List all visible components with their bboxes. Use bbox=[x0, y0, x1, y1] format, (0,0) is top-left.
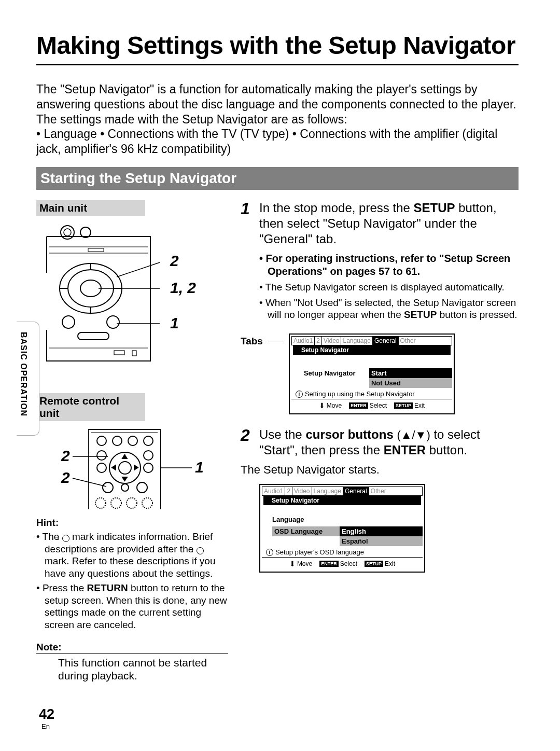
osd2-tab-video: Video bbox=[292, 487, 312, 495]
svg-point-13 bbox=[62, 316, 75, 328]
intro-p3: • Language • Connections with the TV (TV… bbox=[36, 127, 497, 156]
osd2-section-label: Language bbox=[272, 516, 419, 523]
page-language: En bbox=[41, 722, 50, 730]
svg-rect-17 bbox=[114, 351, 124, 355]
info-icon: i bbox=[197, 547, 204, 554]
remote-callout-2b: 2 bbox=[61, 469, 70, 486]
page-title: Making Settings with the Setup Navigator bbox=[36, 31, 519, 65]
hint-item-2: Press the RETURN button to return to the… bbox=[36, 582, 228, 631]
setup-badge: SETUP bbox=[365, 561, 383, 567]
main-unit-diagram: 2 1, 2 1 bbox=[36, 221, 197, 382]
osd2-tab-general: General bbox=[343, 487, 369, 495]
osd1-header: Setup Navigator bbox=[293, 345, 451, 355]
osd1-tab-audio1: Audio1 bbox=[292, 337, 315, 345]
osd2-tab-audio1: Audio1 bbox=[262, 487, 285, 495]
callout-1-2: 1, 2 bbox=[170, 279, 196, 297]
remote-callout-1: 1 bbox=[195, 458, 204, 476]
tabs-label: Tabs bbox=[241, 333, 263, 347]
remote-callout-2a: 2 bbox=[61, 447, 70, 465]
step-1-sub-1: For operating instructions, refer to "Se… bbox=[259, 252, 519, 278]
enter-badge: ENTER bbox=[349, 402, 368, 409]
info-icon: i bbox=[62, 535, 69, 542]
osd1-tab-language: Language bbox=[341, 337, 372, 345]
info-icon: i bbox=[266, 549, 273, 556]
note-text: This function cannot be started during p… bbox=[58, 656, 228, 682]
remote-unit-label: Remote control unit bbox=[36, 393, 145, 421]
osd1-tabs: Audio1 2 Video Language General Other bbox=[291, 336, 452, 345]
step-1-sub-2: The Setup Navigator screen is displayed … bbox=[259, 281, 519, 294]
remote-diagram: 2 2 1 bbox=[36, 426, 213, 512]
enter-label: ENTER bbox=[384, 443, 426, 457]
svg-rect-4 bbox=[88, 248, 104, 252]
step-2-result: The Setup Navigator starts. bbox=[241, 463, 519, 477]
cursor-down-icon: ⬇ bbox=[319, 401, 325, 410]
callout-1: 1 bbox=[170, 314, 179, 332]
osd1-tab-video: Video bbox=[322, 337, 341, 345]
osd2-footer: ⬇Move ENTERSelect SETUPExit bbox=[262, 557, 423, 570]
svg-line-44 bbox=[73, 478, 106, 486]
osd2-info: i Setup player's OSD language bbox=[262, 546, 423, 557]
osd1-tab-2: 2 bbox=[315, 337, 322, 345]
osd2-opt-english: English bbox=[340, 526, 423, 536]
osd2-tab-2: 2 bbox=[285, 487, 292, 495]
intro-text: The "Setup Navigator" is a function for … bbox=[36, 82, 519, 157]
osd2-tab-other: Other bbox=[369, 487, 388, 495]
return-label: RETURN bbox=[87, 582, 128, 593]
osd1-info: i Setting up using the Setup Navigator bbox=[291, 388, 452, 399]
step-1-number: 1 bbox=[241, 200, 253, 328]
osd2-row-label: OSD Language bbox=[272, 526, 340, 536]
hint-list: The i mark indicates information. Brief … bbox=[36, 531, 228, 631]
osd1-footer: ⬇Move ENTERSelect SETUPExit bbox=[291, 399, 452, 412]
svg-rect-15 bbox=[78, 332, 109, 340]
osd1-menu-item: Setup Navigator bbox=[302, 368, 369, 378]
page-number: 42 bbox=[39, 706, 54, 722]
svg-point-14 bbox=[107, 316, 119, 328]
step-1-body: In the stop mode, press the SETUP button… bbox=[259, 200, 519, 328]
osd2-opt-espanol: Español bbox=[340, 536, 423, 546]
svg-point-8 bbox=[80, 280, 101, 297]
leader-line bbox=[268, 341, 284, 341]
remote-leaders bbox=[36, 426, 213, 509]
osd-screen-1: Audio1 2 Video Language General Other Se… bbox=[289, 333, 455, 414]
step-1-sub-3: When "Not Used" is selected, the Setup N… bbox=[259, 297, 519, 322]
callout-2: 2 bbox=[170, 252, 179, 270]
step-2-number: 2 bbox=[241, 427, 253, 458]
section-heading: Starting the Setup Navigator bbox=[36, 167, 519, 190]
hint-title: Hint: bbox=[36, 517, 228, 529]
intro-p2: The settings made with the Setup Navigat… bbox=[36, 113, 347, 126]
osd1-tab-general: General bbox=[373, 337, 399, 345]
osd1-tab-other: Other bbox=[399, 337, 417, 345]
svg-rect-18 bbox=[132, 351, 136, 356]
svg-line-19 bbox=[117, 262, 160, 277]
hint-item-1: The i mark indicates information. Brief … bbox=[36, 531, 228, 580]
osd2-tab-language: Language bbox=[312, 487, 343, 495]
cursor-buttons-label: cursor buttons bbox=[305, 427, 393, 441]
osd1-opt-notused: Not Used bbox=[369, 378, 452, 388]
osd1-opt-start: Start bbox=[369, 368, 452, 378]
step-2-body: Use the cursor buttons (▲/▼) to select "… bbox=[259, 427, 519, 458]
setup-badge: SETUP bbox=[394, 402, 413, 409]
svg-point-0 bbox=[61, 226, 74, 239]
osd-screen-2: Audio1 2 Video Language General Other Se… bbox=[259, 484, 425, 573]
main-unit-svg bbox=[36, 221, 161, 377]
intro-p1: The "Setup Navigator" is a function for … bbox=[36, 82, 516, 111]
main-unit-label: Main unit bbox=[36, 200, 145, 216]
info-icon: i bbox=[296, 391, 303, 398]
osd2-header: Setup Navigator bbox=[263, 496, 421, 505]
svg-point-1 bbox=[64, 229, 71, 236]
cursor-glyphs: (▲/▼) bbox=[397, 428, 430, 441]
sidebar-tab-label: BASIC OPERATION bbox=[19, 332, 28, 416]
osd2-tabs: Audio1 2 Video Language General Other bbox=[262, 486, 423, 496]
enter-badge: ENTER bbox=[319, 561, 339, 567]
note-title: Note: bbox=[36, 642, 228, 654]
cursor-down-icon: ⬇ bbox=[289, 560, 296, 568]
setup-label: SETUP bbox=[414, 201, 455, 215]
